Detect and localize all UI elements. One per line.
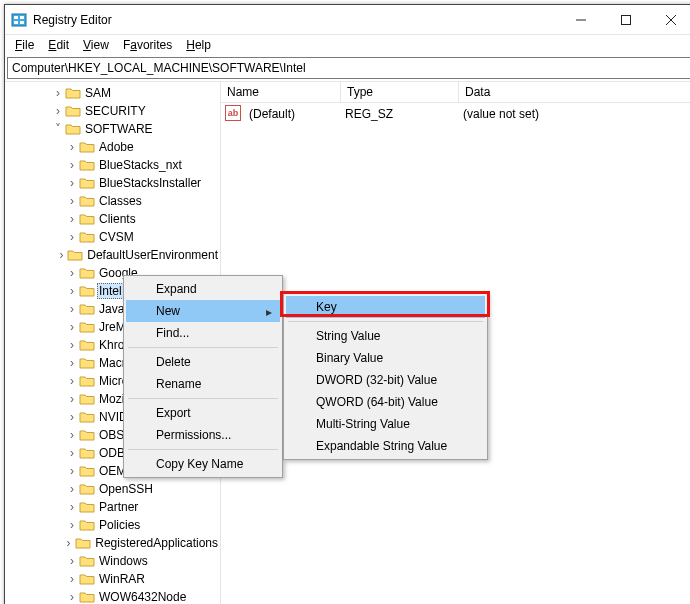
tree-item-label: Adobe	[97, 139, 136, 155]
tree-item-label: RegisteredApplications	[93, 535, 220, 551]
tree-item[interactable]: ›WOW6432Node	[5, 588, 220, 604]
menu-view[interactable]: View	[77, 37, 115, 53]
folder-icon	[79, 212, 95, 226]
tree-item[interactable]: ›WinRAR	[5, 570, 220, 588]
registry-editor-window: Registry Editor File Edit View Favorites…	[4, 4, 690, 604]
tree-item[interactable]: ›SECURITY	[5, 102, 220, 120]
tree-item-label: CVSM	[97, 229, 136, 245]
context-submenu-new: Key String Value Binary Value DWORD (32-…	[283, 293, 488, 460]
ctx-new-binary[interactable]: Binary Value	[286, 347, 485, 369]
menu-edit[interactable]: Edit	[42, 37, 75, 53]
ctx-export[interactable]: Export	[126, 402, 280, 424]
folder-icon	[79, 446, 95, 460]
tree-item-label: BlueStacks_nxt	[97, 157, 184, 173]
folder-icon	[79, 140, 95, 154]
titlebar: Registry Editor	[5, 5, 690, 35]
ctx-new-key[interactable]: Key	[286, 296, 485, 318]
ctx-expand[interactable]: Expand	[126, 278, 280, 300]
folder-icon	[79, 356, 95, 370]
tree-item[interactable]: ›OpenSSH	[5, 480, 220, 498]
tree-item[interactable]: ›Classes	[5, 192, 220, 210]
address-bar[interactable]: Computer\HKEY_LOCAL_MACHINE\SOFTWARE\Int…	[7, 57, 690, 79]
tree-item[interactable]: ›Adobe	[5, 138, 220, 156]
folder-icon	[79, 482, 95, 496]
ctx-new-dword[interactable]: DWORD (32-bit) Value	[286, 369, 485, 391]
tree-item-label: Policies	[97, 517, 142, 533]
list-header: Name Type Data	[221, 82, 690, 103]
tree-item-label: SOFTWARE	[83, 121, 155, 137]
tree-item[interactable]: ›CVSM	[5, 228, 220, 246]
col-type[interactable]: Type	[341, 82, 459, 102]
separator	[288, 321, 483, 322]
folder-icon	[79, 464, 95, 478]
ctx-new-multi[interactable]: Multi-String Value	[286, 413, 485, 435]
registry-editor-icon	[11, 12, 27, 28]
ctx-new-expandable[interactable]: Expandable String Value	[286, 435, 485, 457]
tree-item[interactable]: ›Partner	[5, 498, 220, 516]
tree-item-label: Windows	[97, 553, 150, 569]
context-menu: Expand New▸ Find... Delete Rename Export…	[123, 275, 283, 478]
ctx-new-string[interactable]: String Value	[286, 325, 485, 347]
value-row[interactable]: ab (Default) REG_SZ (value not set)	[221, 103, 690, 125]
folder-icon	[79, 554, 95, 568]
folder-icon	[79, 176, 95, 190]
folder-icon	[79, 572, 95, 586]
folder-icon	[79, 392, 95, 406]
ctx-permissions[interactable]: Permissions...	[126, 424, 280, 446]
folder-icon	[79, 428, 95, 442]
maximize-button[interactable]	[603, 5, 648, 35]
folder-icon	[75, 536, 91, 550]
tree-item[interactable]: ˅SOFTWARE	[5, 120, 220, 138]
menu-favorites[interactable]: Favorites	[117, 37, 178, 53]
ctx-copy-key-name[interactable]: Copy Key Name	[126, 453, 280, 475]
folder-icon	[65, 86, 81, 100]
svg-rect-4	[20, 21, 24, 24]
value-name: (Default)	[243, 105, 339, 123]
window-title: Registry Editor	[33, 13, 558, 27]
tree-item-label: Classes	[97, 193, 144, 209]
submenu-arrow-icon: ▸	[266, 305, 272, 319]
separator	[128, 347, 278, 348]
ctx-delete[interactable]: Delete	[126, 351, 280, 373]
folder-icon	[79, 410, 95, 424]
menu-help[interactable]: Help	[180, 37, 217, 53]
col-data[interactable]: Data	[459, 82, 690, 102]
ctx-new[interactable]: New▸	[126, 300, 280, 322]
separator	[128, 449, 278, 450]
minimize-button[interactable]	[558, 5, 603, 35]
tree-item-label: SAM	[83, 85, 113, 101]
tree-item[interactable]: ›BlueStacksInstaller	[5, 174, 220, 192]
svg-rect-2	[20, 16, 24, 19]
tree-item[interactable]: ›SAM	[5, 84, 220, 102]
folder-icon	[79, 518, 95, 532]
folder-icon	[79, 500, 95, 514]
tree-item-label: WOW6432Node	[97, 589, 188, 604]
folder-icon	[79, 590, 95, 604]
ctx-rename[interactable]: Rename	[126, 373, 280, 395]
folder-icon	[65, 122, 81, 136]
ctx-new-qword[interactable]: QWORD (64-bit) Value	[286, 391, 485, 413]
tree-item[interactable]: ›Windows	[5, 552, 220, 570]
folder-icon	[65, 104, 81, 118]
folder-icon	[67, 248, 83, 262]
close-window-button[interactable]	[648, 5, 690, 35]
folder-icon	[79, 374, 95, 388]
menu-file[interactable]: File	[9, 37, 40, 53]
ctx-find[interactable]: Find...	[126, 322, 280, 344]
separator	[128, 398, 278, 399]
tree-item-label: DefaultUserEnvironment	[85, 247, 220, 263]
folder-icon	[79, 320, 95, 334]
value-data: (value not set)	[457, 105, 545, 123]
folder-icon	[79, 230, 95, 244]
tree-item[interactable]: ›RegisteredApplications	[5, 534, 220, 552]
tree-item-label: SECURITY	[83, 103, 148, 119]
folder-icon	[79, 338, 95, 352]
svg-rect-6	[621, 15, 630, 24]
col-name[interactable]: Name	[221, 82, 341, 102]
value-type: REG_SZ	[339, 105, 457, 123]
tree-item[interactable]: ›Clients	[5, 210, 220, 228]
tree-item[interactable]: ›Policies	[5, 516, 220, 534]
tree-item[interactable]: ›BlueStacks_nxt	[5, 156, 220, 174]
tree-item[interactable]: ›DefaultUserEnvironment	[5, 246, 220, 264]
folder-icon	[79, 302, 95, 316]
